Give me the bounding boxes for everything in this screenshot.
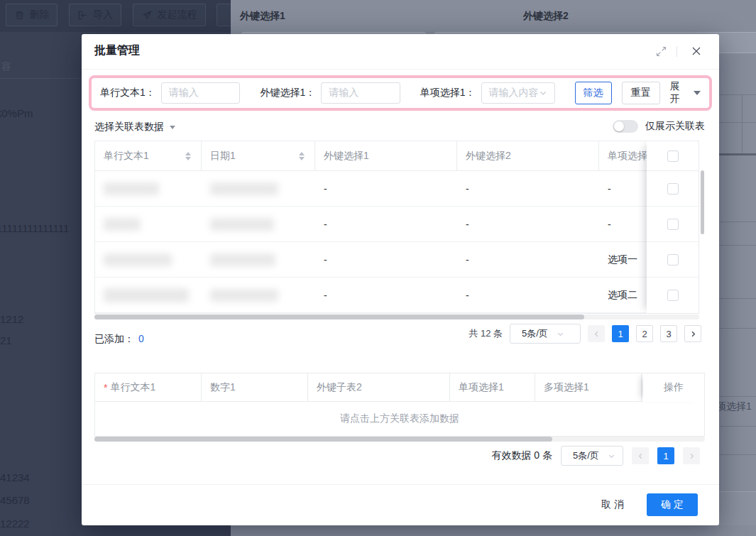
row-checkbox[interactable]	[667, 290, 679, 301]
row-checkbox[interactable]	[667, 254, 679, 266]
row-checkbox[interactable]	[667, 183, 679, 195]
row-checkbox[interactable]	[667, 219, 679, 230]
page-button-1[interactable]: 1	[612, 325, 629, 342]
close-icon[interactable]	[689, 44, 703, 58]
total-count-text: 共 12 条	[469, 327, 503, 340]
filter-label-single1: 单项选择1：	[420, 87, 476, 99]
vertical-scrollbar[interactable]	[701, 170, 704, 234]
page-button-3[interactable]: 3	[660, 325, 677, 342]
reset-button[interactable]: 重置	[622, 82, 660, 104]
cell-text1	[95, 278, 202, 312]
header-divider	[676, 46, 677, 57]
page-button-1[interactable]: 1	[657, 447, 674, 464]
filter-input-text1[interactable]: 请输入	[161, 82, 241, 104]
next-page-button[interactable]	[683, 447, 700, 464]
redacted-blob	[210, 218, 274, 231]
chevron-down-icon	[608, 452, 615, 460]
column-header-multi1: 多项选择1	[535, 373, 642, 401]
cell-text1	[95, 171, 202, 206]
filter-input-text1-placeholder: 请输入	[169, 87, 199, 99]
redacted-blob	[104, 182, 159, 195]
row-checkbox-cell	[647, 171, 699, 207]
added-count: 已添加： 0	[94, 333, 144, 346]
filter-select-single1-placeholder: 请输入内容	[489, 87, 539, 99]
maximize-icon[interactable]	[654, 44, 668, 58]
background-cell-value: 21	[0, 334, 12, 346]
confirm-button[interactable]: 确 定	[647, 493, 698, 516]
column-header-label: 多项选择1	[544, 381, 589, 394]
footer-divider	[82, 484, 719, 485]
trash-icon	[14, 10, 25, 21]
relation-toggle-group: 仅展示关联表	[613, 120, 705, 133]
cancel-button[interactable]: 取 消	[588, 493, 637, 516]
redacted-blob	[210, 253, 275, 266]
horizontal-scrollbar-thumb[interactable]	[94, 437, 552, 442]
filter-select-single1[interactable]: 请输入内容	[481, 82, 555, 104]
background-cell-text: 项选择1	[716, 400, 752, 413]
horizontal-scrollbar-thumb[interactable]	[94, 315, 584, 319]
column-header-label: 单项选择1	[459, 381, 504, 394]
cell-fk2: -	[457, 278, 599, 312]
relation-table-select-label: 选择关联表数据	[94, 121, 164, 133]
toggle-knob	[614, 121, 624, 131]
cell-fk2: -	[457, 207, 599, 241]
cell-date1	[202, 207, 315, 241]
select-all-checkbox[interactable]	[667, 151, 679, 162]
prev-page-button[interactable]	[588, 325, 605, 342]
sort-icon[interactable]	[299, 152, 305, 160]
table-row: - - -	[95, 171, 699, 207]
chevron-down-icon	[539, 89, 547, 97]
row-checkbox-cell	[647, 278, 699, 313]
start-flow-button-label: 发起流程	[158, 9, 197, 21]
column-header-label: 外键子表2	[317, 381, 362, 394]
filter-button[interactable]: 筛选	[575, 82, 612, 104]
cell-fk1: -	[315, 278, 457, 312]
page-button-2[interactable]: 2	[636, 325, 653, 342]
background-cell-value: ≤0%Pm	[0, 107, 33, 119]
cell-fk2: -	[457, 242, 599, 277]
column-header-fk1: 外键选择1	[315, 141, 457, 170]
only-relation-toggle[interactable]	[613, 120, 638, 133]
background-cell-value: 1212	[0, 313, 23, 325]
next-page-button[interactable]	[684, 325, 701, 342]
chevron-down-icon	[557, 330, 564, 338]
table-row: - - 选项二	[95, 278, 699, 313]
column-header-label: 数字1	[210, 381, 236, 394]
cell-date1	[202, 242, 315, 277]
valid-data-count-text: 有效数据 0 条	[491, 449, 552, 462]
page-size-select[interactable]: 5条/页	[561, 446, 623, 466]
column-header-actions: 操作	[643, 373, 704, 402]
column-header-date1: 日期1	[202, 141, 315, 170]
row-checkbox-cell	[647, 242, 699, 278]
sort-icon[interactable]	[185, 152, 191, 160]
cell-text1	[95, 242, 202, 277]
background-column-line	[742, 94, 743, 153]
redacted-blob	[210, 182, 278, 195]
table-header-row: * 单行文本1 数字1 外键子表2 单项选择1 多项选择1	[95, 373, 704, 402]
redacted-blob	[104, 253, 172, 266]
filter-input-fk1-placeholder: 请输入	[329, 87, 358, 99]
selected-data-table: * 单行文本1 数字1 外键子表2 单项选择1 多项选择1 操作 请点击上方关联…	[94, 373, 705, 437]
import-button: 导入	[69, 4, 121, 26]
prev-page-button[interactable]	[632, 447, 649, 464]
cell-fk2: -	[457, 171, 599, 206]
background-cell-value: 45678	[0, 494, 30, 506]
filter-input-fk1[interactable]: 请输入	[321, 82, 400, 104]
column-header-single1: 单项选择1	[450, 373, 535, 401]
relation-table-select[interactable]: 选择关联表数据	[94, 121, 175, 133]
column-header-label: 单行文本1	[110, 381, 155, 394]
header-bottom-border	[82, 69, 719, 70]
cell-fk1: -	[315, 207, 457, 241]
send-icon	[142, 10, 153, 21]
required-asterisk: *	[104, 382, 107, 393]
expand-toggle[interactable]: 展开	[670, 80, 701, 106]
redacted-blob	[104, 288, 189, 302]
import-icon	[77, 10, 88, 21]
added-count-label: 已添加：	[94, 333, 134, 346]
page-size-select[interactable]: 5条/页	[510, 324, 581, 344]
caret-down-icon	[170, 126, 175, 129]
background-cell-value: 12222	[0, 518, 30, 530]
column-header-text1-required: * 单行文本1	[95, 373, 202, 401]
only-relation-toggle-label: 仅展示关联表	[645, 120, 705, 133]
pagination-bottom: 有效数据 0 条 5条/页 1	[491, 446, 700, 466]
